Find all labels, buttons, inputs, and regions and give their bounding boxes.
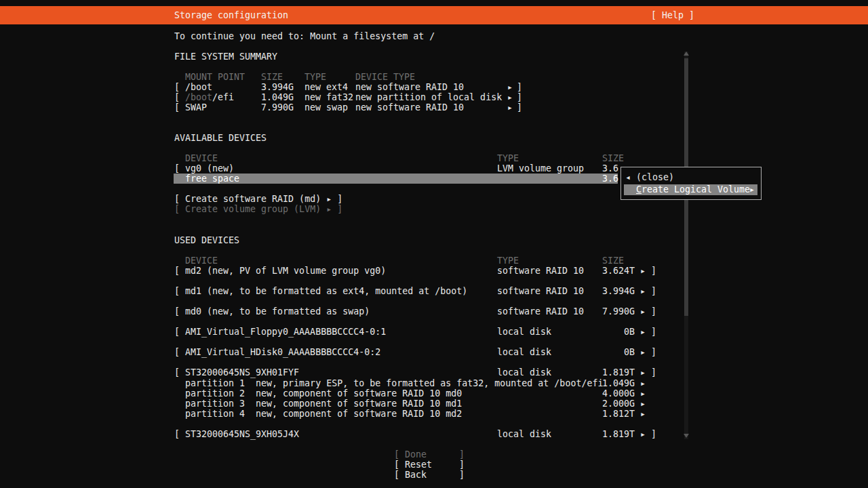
help-button[interactable]: [ Help ] — [651, 6, 694, 24]
col-mount-point: MOUNT POINT — [185, 72, 245, 82]
size-value: 3.6 — [602, 163, 618, 174]
bracket-left: [ — [174, 266, 180, 276]
row-menu-arrow-icon[interactable]: ▸ — [640, 266, 646, 276]
title-bar: Storage configuration [ Help ] — [0, 6, 868, 24]
context-popup-menu: ◂ (close) Create Logical Volume ▸ — [620, 167, 762, 200]
device-type-value: new software RAID 10 — [355, 82, 464, 92]
size-value: 0B — [534, 327, 635, 337]
size-value: 0B — [534, 347, 635, 357]
row-menu-arrow-icon[interactable]: ▸ — [640, 409, 646, 419]
fs-summary-heading: FILE SYSTEM SUMMARY — [174, 52, 277, 62]
row-menu-arrow-icon[interactable]: ▸ — [640, 429, 646, 439]
mount-point: /efi — [212, 92, 234, 102]
size-value: 2.000G — [534, 399, 635, 409]
size-value: 3.6 — [602, 174, 618, 184]
device-name: AMI_Virtual_HDisk0_AAAABBBBCCCC4-0:2 — [185, 347, 380, 357]
bracket-left: [ — [174, 367, 180, 378]
col-type: TYPE — [497, 256, 519, 266]
size-value: 3.994G — [261, 82, 294, 92]
size-value: 1.819T — [534, 429, 635, 439]
size-value: 1.812T — [534, 409, 635, 419]
bracket-right: ] — [459, 470, 465, 480]
col-device: DEVICE — [185, 256, 218, 266]
create-software-raid-button[interactable]: [ Create software RAID (md) ▸ ] — [174, 194, 342, 204]
size-value: 1.049G — [261, 92, 294, 102]
row-menu-arrow-icon[interactable]: ▸ — [640, 378, 646, 388]
create-volume-group-button-disabled: [ Create volume group (LVM) ▸ ] — [174, 204, 342, 214]
size-value: 3.624T — [534, 266, 635, 276]
bracket-left: [ — [394, 449, 399, 460]
size-value: 1.049G — [534, 378, 635, 388]
device-type-value: new software RAID 10 — [355, 102, 464, 113]
bracket-right: ] — [651, 266, 656, 276]
device-name: free space — [185, 174, 239, 184]
bracket-left: [ — [394, 460, 399, 470]
col-type: TYPE — [497, 153, 519, 163]
row-menu-arrow-icon[interactable]: ▸ — [640, 306, 646, 317]
popup-close-label: (close) — [636, 172, 674, 182]
continue-notice: To continue you need to: Mount a filesys… — [174, 31, 435, 41]
bracket-left: [ — [174, 163, 180, 174]
type-value: new swap — [304, 102, 348, 113]
type-value: LVM volume group — [497, 163, 584, 174]
row-menu-arrow-icon[interactable]: ▸ — [640, 399, 646, 409]
bracket-left: [ — [174, 429, 180, 439]
bracket-right: ] — [517, 102, 522, 113]
row-menu-arrow-icon[interactable]: ▸ — [640, 388, 646, 399]
done-label: Done — [405, 449, 427, 460]
row-menu-arrow-icon[interactable]: ▸ — [507, 92, 513, 102]
device-name: ST32000645NS_9XH05J4X — [185, 429, 299, 439]
mount-point: SWAP — [185, 102, 207, 113]
device-name: ST32000645NS_9XH01FYF — [185, 367, 299, 378]
device-type-value: new partition of local disk — [355, 92, 502, 102]
bracket-right: ] — [651, 327, 656, 337]
type-value: new fat32 — [304, 92, 353, 102]
col-size: SIZE — [261, 72, 283, 82]
row-menu-arrow-icon[interactable]: ▸ — [640, 367, 646, 378]
bracket-left: [ — [174, 306, 180, 317]
device-name: vg0 (new) — [185, 163, 234, 174]
bracket-left: [ — [174, 92, 180, 102]
page-title: Storage configuration — [174, 6, 288, 24]
popup-item-label: reate Logical Volume — [642, 184, 750, 195]
bracket-left: [ — [174, 82, 180, 92]
col-size: SIZE — [602, 153, 624, 163]
arrow-right-icon: ▸ — [749, 184, 755, 195]
used-devices-heading: USED DEVICES — [174, 235, 239, 245]
bracket-left: [ — [174, 347, 180, 357]
bracket-left: [ — [174, 286, 180, 296]
size-value: 3.994G — [534, 286, 635, 296]
device-name: md2 (new, PV of LVM volume group vg0) — [185, 266, 386, 276]
col-device: DEVICE — [185, 153, 218, 163]
col-type: TYPE — [304, 72, 326, 82]
row-menu-arrow-icon[interactable]: ▸ — [640, 286, 646, 296]
col-device-type: DEVICE TYPE — [355, 72, 415, 82]
scrollbar-up-icon[interactable] — [684, 52, 689, 56]
row-menu-arrow-icon[interactable]: ▸ — [507, 102, 513, 113]
bracket-right: ] — [459, 449, 465, 460]
bracket-left: [ — [174, 327, 180, 337]
row-menu-arrow-icon[interactable]: ▸ — [640, 347, 646, 357]
available-row-free-space-selected[interactable]: free space 3.6 — [174, 174, 618, 184]
bracket-right: ] — [651, 286, 656, 296]
partition-label: partition 3 new, component of software R… — [185, 399, 462, 409]
hotkey-letter: C — [636, 184, 642, 195]
type-value: new ext4 — [304, 82, 348, 92]
bracket-right: ] — [651, 367, 656, 378]
mount-point: /boot — [185, 82, 212, 92]
bracket-right: ] — [651, 429, 656, 439]
scrollbar-down-icon[interactable] — [684, 434, 689, 438]
bracket-right: ] — [517, 82, 522, 92]
row-menu-arrow-icon[interactable]: ▸ — [640, 327, 646, 337]
col-size: SIZE — [602, 256, 624, 266]
bracket-right: ] — [459, 460, 465, 470]
popup-item-create-logical-volume-selected[interactable]: Create Logical Volume ▸ — [624, 184, 757, 195]
size-value: 1.819T — [534, 367, 635, 378]
reset-label: Reset — [405, 460, 432, 470]
device-name: md0 (new, to be formatted as swap) — [185, 306, 370, 317]
device-name: AMI_Virtual_Floppy0_AAAABBBBCCCC4-0:1 — [185, 327, 386, 337]
bracket-left: [ — [394, 470, 399, 480]
size-value: 7.990G — [534, 306, 635, 317]
size-value: 4.000G — [534, 388, 635, 399]
row-menu-arrow-icon[interactable]: ▸ — [507, 82, 513, 92]
